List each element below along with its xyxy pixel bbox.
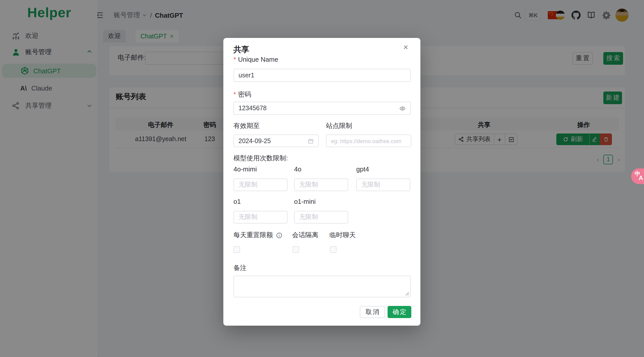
model-label: 4o-mimi (233, 165, 257, 173)
calendar-icon (308, 138, 314, 144)
checkbox-label-daily-reset: 每天重置限额 (233, 231, 282, 240)
site-limit-input[interactable]: eg: https://demo.oaifree.com (326, 135, 411, 147)
eye-icon[interactable] (399, 105, 406, 111)
required-mark: * (233, 91, 236, 98)
modal-title: 共享 (233, 44, 249, 55)
temp-chat-checkbox[interactable] (330, 246, 337, 253)
password-input[interactable]: 12345678 (233, 102, 411, 115)
confirm-button[interactable]: 确定 (388, 306, 411, 318)
share-modal: 共享 × *Unique Name user1 *密码 12345678 有效期… (223, 38, 420, 326)
button-label: 确定 (392, 308, 407, 316)
model-limit-input-o1[interactable]: 无限制 (233, 211, 288, 224)
section-label: 模型使用次数限制: (233, 154, 288, 163)
model-limit-input-gpt4[interactable]: 无限制 (356, 178, 410, 191)
translate-icon: A (639, 174, 643, 182)
cancel-button[interactable]: 取消 (360, 306, 385, 318)
model-label: gpt4 (356, 165, 369, 173)
model-label: 4o (294, 165, 301, 173)
checkbox-label-session-isolation: 会话隔离 (292, 231, 318, 240)
daily-reset-checkbox[interactable] (233, 246, 240, 253)
remark-label: 备注 (233, 263, 247, 273)
unique-name-input[interactable]: user1 (233, 69, 411, 82)
checkbox-label-temp-chat: 临时聊天 (329, 231, 356, 240)
field-label: 有效期至 (233, 121, 260, 130)
session-isolation-checkbox[interactable] (293, 246, 299, 253)
field-label: *密码 (233, 90, 251, 99)
model-limit-input-o1-mini[interactable]: 无限制 (294, 211, 348, 224)
required-mark: * (233, 56, 236, 63)
model-limit-input-4o[interactable]: 无限制 (294, 178, 348, 191)
close-icon[interactable]: × (403, 42, 408, 53)
remark-textarea[interactable] (233, 276, 411, 297)
model-label: o1 (233, 198, 241, 205)
expire-date-input[interactable]: 2024-09-25 (233, 135, 319, 147)
button-label: 取消 (365, 308, 380, 316)
field-label: *Unique Name (233, 56, 278, 63)
model-label: o1-mini (294, 198, 316, 205)
model-limit-input-4o-mimi[interactable]: 无限制 (233, 178, 288, 191)
field-label: 站点限制 (326, 121, 352, 130)
resize-handle[interactable] (405, 292, 409, 296)
info-icon[interactable] (276, 232, 282, 238)
app-root: Helper 欢迎 账号管理 ChatGPT A\ Claude 共享管理 账号… (0, 0, 644, 357)
